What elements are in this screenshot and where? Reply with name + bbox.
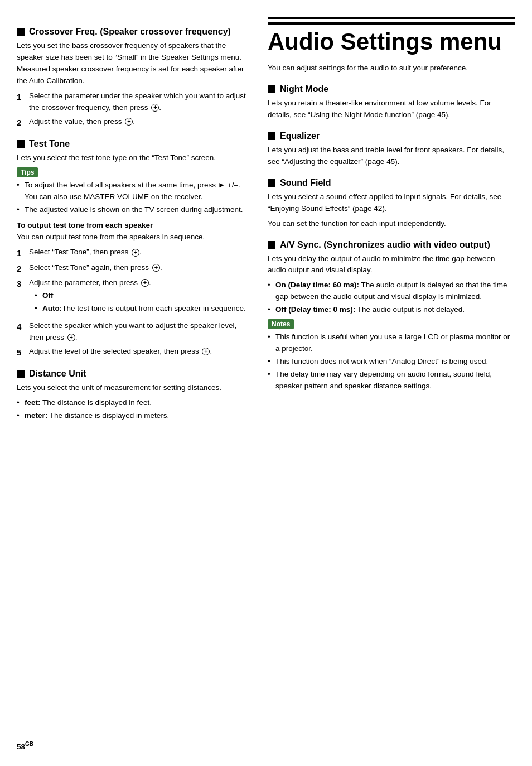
note-2: This function does not work when “Analog… [268, 356, 515, 368]
sound-field-body1: Lets you select a sound effect applied t… [268, 191, 515, 215]
note-1: This function is useful when you use a l… [268, 331, 515, 355]
av-sync-section: A/V Sync. (Synchronizes audio with video… [268, 240, 515, 392]
test-tone-step-3: 3 Adjust the parameter, then press . Off… [17, 277, 251, 318]
av-sync-on: On (Delay time: 60 ms): The audio output… [268, 280, 515, 303]
notes-list: This function is useful when you use a l… [268, 331, 515, 392]
crossover-section: Crossover Freq. (Speaker crossover frequ… [17, 27, 251, 129]
crossover-step-1: 1 Select the parameter under the speaker… [17, 90, 251, 114]
av-sync-bullet [268, 241, 275, 249]
sound-field-bullet [268, 179, 275, 187]
distance-unit-list: feet: The distance is displayed in feet.… [17, 397, 251, 422]
circle-plus-icon [152, 264, 160, 272]
crossover-body: Lets you set the bass crossover frequenc… [17, 40, 251, 87]
note-3: The delay time may vary depending on aud… [268, 369, 515, 392]
step3-bullet-auto: Auto: The test tone is output from each … [35, 303, 246, 315]
equalizer-heading: Equalizer [268, 131, 515, 141]
page-footer: 58GB [17, 741, 33, 751]
step3-bullet-off: Off [35, 290, 246, 302]
distance-unit-body: Lets you select the unit of measurement … [17, 382, 251, 394]
sound-field-section: Sound Field Lets you select a sound effe… [268, 178, 515, 230]
step3-subbullets: Off Auto: The test tone is output from e… [29, 290, 246, 315]
circle-plus-icon [151, 104, 159, 112]
page-superscript: GB [25, 741, 33, 747]
av-sync-heading: A/V Sync. (Synchronizes audio with video… [268, 240, 515, 250]
night-mode-body: Lets you retain a theater-like environme… [268, 98, 515, 121]
distance-unit-section: Distance Unit Lets you select the unit o… [17, 369, 251, 422]
night-mode-bullet [268, 85, 275, 93]
tips-container: Tips To adjust the level of all speakers… [17, 167, 251, 216]
test-tone-step-5: 5 Adjust the level of the selected speak… [17, 346, 251, 359]
circle-plus-icon [132, 249, 139, 257]
test-tone-body: Lets you select the test tone type on th… [17, 152, 251, 164]
page-number: 58 [17, 742, 25, 750]
crossover-steps: 1 Select the parameter under the speaker… [17, 90, 251, 129]
distance-unit-heading: Distance Unit [17, 369, 251, 379]
distance-meter: meter: The distance is displayed in mete… [17, 410, 251, 422]
crossover-heading: Crossover Freq. (Speaker crossover frequ… [17, 27, 251, 37]
notes-container: Notes This function is useful when you u… [268, 319, 515, 392]
tips-label: Tips [17, 167, 38, 177]
circle-plus-icon [125, 118, 133, 126]
night-mode-heading: Night Mode [268, 84, 515, 94]
av-sync-body: Lets you delay the output of audio to mi… [268, 253, 515, 277]
output-test-tone-subheading: To output test tone from each speaker [17, 221, 251, 229]
test-tone-heading: Test Tone [17, 139, 251, 149]
distance-unit-bullet [17, 370, 25, 378]
distance-feet: feet: The distance is displayed in feet. [17, 397, 251, 409]
equalizer-body: Lets you adjust the bass and treble leve… [268, 144, 515, 168]
intro-text: You can adjust settings for the audio to… [268, 62, 515, 74]
equalizer-section: Equalizer Lets you adjust the bass and t… [268, 131, 515, 168]
av-sync-off: Off (Delay time: 0 ms): The audio output… [268, 304, 515, 316]
crossover-step-2: 2 Adjust the value, then press . [17, 116, 251, 129]
page-title: Audio Settings menu [268, 22, 515, 55]
notes-label: Notes [268, 319, 294, 329]
night-mode-section: Night Mode Lets you retain a theater-lik… [268, 84, 515, 121]
sound-field-body2: You can set the function for each input … [268, 218, 515, 230]
tips-list: To adjust the level of all speakers at t… [17, 180, 251, 216]
sound-field-heading: Sound Field [268, 178, 515, 188]
output-test-tone-body: You can output test tone from the speake… [17, 232, 251, 243]
circle-plus-icon [202, 348, 210, 355]
tip-2: The adjusted value is shown on the TV sc… [17, 204, 251, 216]
tip-1: To adjust the level of all speakers at t… [17, 180, 251, 203]
left-column: Crossover Freq. (Speaker crossover frequ… [17, 17, 251, 749]
av-sync-bullets: On (Delay time: 60 ms): The audio output… [268, 280, 515, 316]
circle-plus-icon [67, 334, 75, 341]
test-tone-section: Test Tone Lets you select the test tone … [17, 139, 251, 359]
crossover-bullet [17, 28, 25, 36]
test-tone-step-4: 4 Select the speaker which you want to a… [17, 320, 251, 344]
test-tone-step-1: 1 Select “Test Tone”, then press . [17, 247, 251, 259]
test-tone-steps: 1 Select “Test Tone”, then press . 2 Sel… [17, 247, 251, 358]
test-tone-step-2: 2 Select “Test Tone” again, then press . [17, 262, 251, 275]
top-divider [268, 17, 515, 19]
circle-plus-icon [141, 279, 149, 287]
right-column: Audio Settings menu You can adjust setti… [268, 17, 515, 749]
test-tone-bullet [17, 140, 25, 148]
equalizer-bullet [268, 132, 275, 140]
